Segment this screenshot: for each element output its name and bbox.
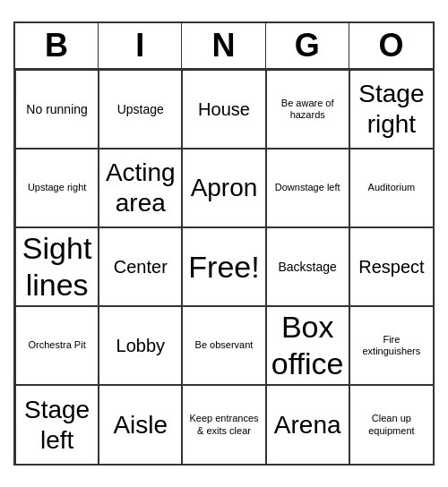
bingo-cell: Orchestra Pit bbox=[15, 306, 99, 385]
bingo-cell: Respect bbox=[349, 227, 433, 306]
cell-text: Downstage left bbox=[275, 182, 340, 193]
cell-text: Be aware of hazards bbox=[271, 98, 345, 121]
bingo-header: BINGO bbox=[15, 23, 433, 70]
bingo-cell: Keep entrances & exits clear bbox=[182, 385, 265, 464]
bingo-cell: Lobby bbox=[99, 306, 182, 385]
cell-text: Respect bbox=[358, 256, 424, 278]
cell-text: Upstage bbox=[117, 102, 164, 117]
cell-text: Be observant bbox=[195, 339, 254, 351]
bingo-cell: Stage left bbox=[15, 385, 99, 464]
cell-text: No running bbox=[26, 102, 88, 117]
cell-text: House bbox=[198, 98, 250, 120]
cell-text: Keep entrances & exits clear bbox=[186, 413, 261, 436]
cell-text: Stage right bbox=[354, 79, 429, 139]
cell-text: Aisle bbox=[113, 410, 168, 440]
cell-text: Backstage bbox=[279, 260, 337, 275]
bingo-cell: Backstage bbox=[266, 227, 349, 306]
header-letter: O bbox=[349, 23, 433, 68]
cell-text: Stage left bbox=[20, 395, 94, 455]
cell-text: Fire extinguishers bbox=[354, 334, 429, 357]
bingo-cell: Auditorium bbox=[349, 149, 433, 227]
cell-text: Box office bbox=[271, 309, 345, 382]
cell-text: Clean up equipment bbox=[354, 413, 429, 436]
cell-text: Auditorium bbox=[368, 182, 416, 193]
header-letter: B bbox=[15, 23, 99, 68]
cell-text: Free! bbox=[188, 249, 259, 286]
bingo-card: BINGO No runningUpstageHouseBe aware of … bbox=[13, 21, 435, 466]
header-letter: G bbox=[266, 23, 349, 68]
bingo-cell: Clean up equipment bbox=[349, 385, 433, 464]
bingo-cell: Upstage bbox=[99, 70, 182, 149]
cell-text: Lobby bbox=[116, 335, 166, 356]
bingo-cell: House bbox=[182, 70, 265, 149]
bingo-cell: Downstage left bbox=[266, 149, 349, 227]
bingo-cell: Free! bbox=[182, 227, 265, 306]
bingo-cell: Upstage right bbox=[15, 149, 99, 227]
cell-text: Acting area bbox=[103, 158, 177, 218]
bingo-cell: Arena bbox=[266, 385, 349, 464]
bingo-cell: Be observant bbox=[182, 306, 265, 385]
cell-text: Sight lines bbox=[20, 230, 94, 303]
bingo-grid: No runningUpstageHouseBe aware of hazard… bbox=[15, 70, 433, 464]
bingo-cell: Box office bbox=[266, 306, 349, 385]
header-letter: N bbox=[182, 23, 265, 68]
cell-text: Center bbox=[114, 256, 168, 278]
cell-text: Arena bbox=[274, 410, 341, 440]
bingo-cell: Center bbox=[99, 227, 182, 306]
bingo-cell: Be aware of hazards bbox=[266, 70, 349, 149]
bingo-cell: Sight lines bbox=[15, 227, 99, 306]
bingo-cell: Aisle bbox=[99, 385, 182, 464]
bingo-cell: Fire extinguishers bbox=[349, 306, 433, 385]
bingo-cell: No running bbox=[15, 70, 99, 149]
header-letter: I bbox=[99, 23, 182, 68]
bingo-cell: Stage right bbox=[349, 70, 433, 149]
cell-text: Upstage right bbox=[28, 182, 86, 193]
cell-text: Apron bbox=[191, 173, 258, 203]
cell-text: Orchestra Pit bbox=[29, 339, 86, 351]
bingo-cell: Acting area bbox=[99, 149, 182, 227]
bingo-cell: Apron bbox=[182, 149, 265, 227]
